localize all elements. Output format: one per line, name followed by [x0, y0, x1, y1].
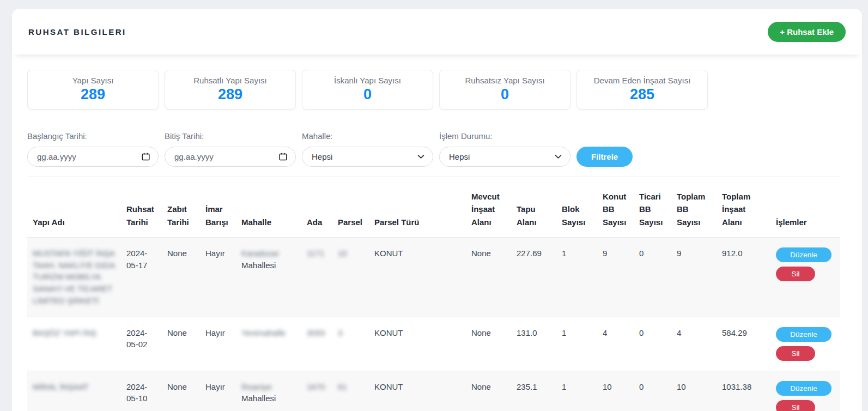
stat-value: 0: [501, 86, 509, 103]
cell-tapu_alani: 235.1: [511, 371, 556, 411]
mahalle-suffix: Mahallesi: [241, 261, 276, 270]
column-header-imar_barisi: İmar Barışı: [200, 177, 236, 238]
cell-islemler: DüzenleSil: [770, 317, 840, 371]
cell-parsel_turu: KONUT: [369, 237, 466, 317]
redacted-text: 1171: [307, 249, 324, 258]
cell-islemler: DüzenleSil: [770, 237, 840, 317]
redacted-text: 1670: [307, 382, 325, 391]
cell-ruhsat_tarihi: 2024-05-10: [121, 371, 162, 411]
column-header-konut_bb: Konut BB Sayısı: [597, 177, 634, 238]
cell-parsel: 61: [332, 371, 369, 411]
islem-durumu-select[interactable]: Hepsi: [439, 147, 570, 167]
delete-button[interactable]: Sil: [776, 267, 815, 281]
stat-value: 289: [81, 86, 105, 103]
column-header-zabit_tarihi: Zabıt Tarihi: [162, 177, 200, 238]
islem-durumu-select-value: Hepsi: [449, 152, 470, 161]
edit-button[interactable]: Düzenle: [776, 327, 831, 342]
cell-parsel: 10: [332, 237, 369, 317]
mahalle-suffix: Mahallesi: [241, 394, 276, 403]
stat-card-ruhsatsiz-yapi-sayisi: Ruhsatsız Yapı Sayısı 0: [439, 70, 570, 110]
column-header-yapi_adi: Yapı Adı: [27, 177, 121, 238]
cell-zabit_tarihi: None: [162, 317, 200, 371]
chevron-down-icon: [555, 154, 562, 159]
cell-ada: 3093: [301, 317, 332, 371]
page-background: { "header": { "title": "RUHSAT BILGILERI…: [0, 0, 868, 411]
cell-ruhsat_tarihi: 2024-05-17: [121, 237, 162, 317]
column-header-parsel: Parsel: [332, 177, 369, 238]
cell-mahalle: Yenimahalle: [236, 317, 301, 371]
content-area: Yapı Sayısı 289 Ruhsatlı Yapı Sayısı 289…: [12, 55, 862, 411]
redacted-text: MUSTAFA YİĞİT İNŞA TAAH. NAKLİYE GIDA TU…: [33, 249, 115, 305]
redacted-text: Karaduvar: [241, 249, 279, 258]
filter-button[interactable]: Filtrele: [576, 147, 633, 167]
page-title: RUHSAT BILGILERI: [28, 27, 126, 37]
end-date-input[interactable]: [174, 152, 262, 161]
column-header-ticari_bb: Ticari BB Sayısı: [634, 177, 671, 238]
cell-blok_sayisi: 1: [556, 371, 597, 411]
stat-card-ruhsatli-yapi-sayisi: Ruhsatlı Yapı Sayısı 289: [165, 70, 296, 110]
calendar-icon[interactable]: [142, 153, 150, 161]
add-ruhsat-button[interactable]: + Ruhsat Ekle: [768, 22, 846, 42]
cell-parsel_turu: KONUT: [369, 371, 466, 411]
redacted-text: BAŞÖZ YAPI İNŞ: [33, 328, 96, 337]
cell-yapi_adi: MİRAL İNŞAAT: [27, 371, 121, 411]
mahalle-select[interactable]: Hepsi: [302, 147, 433, 167]
end-date-field[interactable]: [165, 147, 296, 167]
mahalle-group: Mahalle: Hepsi: [302, 131, 433, 167]
cell-imar_barisi: Hayır: [200, 371, 236, 411]
table-row: BAŞÖZ YAPI İNŞ2024-05-02NoneHayırYenimah…: [27, 317, 840, 371]
stat-label: Ruhsatlı Yapı Sayısı: [193, 76, 267, 85]
stat-label: Yapı Sayısı: [72, 76, 114, 85]
column-header-mevcut_insaat_alani: Mevcut İnşaat Alanı: [466, 177, 511, 238]
cell-konut_bb: 10: [597, 371, 634, 411]
cell-yapi_adi: MUSTAFA YİĞİT İNŞA TAAH. NAKLİYE GIDA TU…: [27, 237, 121, 317]
table-row: MUSTAFA YİĞİT İNŞA TAAH. NAKLİYE GIDA TU…: [27, 237, 840, 317]
stat-label: Ruhsatsız Yapı Sayısı: [465, 76, 544, 85]
cell-ticari_bb: 0: [634, 317, 671, 371]
cell-parsel_turu: KONUT: [369, 317, 466, 371]
cell-blok_sayisi: 1: [556, 237, 597, 317]
cell-toplam_insaat_alani: 1031.38: [717, 371, 770, 411]
cell-mahalle: Karaduvar Mahallesi: [236, 237, 301, 317]
cell-mahalle: İhsaniye Mahallesi: [236, 371, 301, 411]
cell-tapu_alani: 131.0: [511, 317, 556, 371]
page-header: RUHSAT BILGILERI + Ruhsat Ekle: [12, 9, 862, 55]
stat-value: 289: [218, 86, 242, 103]
column-header-toplam_insaat_alani: Toplam İnşaat Alanı: [717, 177, 770, 238]
redacted-text: 3093: [307, 328, 325, 337]
stat-cards: Yapı Sayısı 289 Ruhsatlı Yapı Sayısı 289…: [27, 70, 847, 110]
stat-value: 0: [363, 86, 372, 103]
delete-button[interactable]: Sil: [776, 400, 815, 411]
edit-button[interactable]: Düzenle: [776, 247, 831, 262]
delete-button[interactable]: Sil: [776, 346, 815, 361]
cell-toplam_insaat_alani: 912.0: [717, 237, 770, 317]
stat-label: İskanlı Yapı Sayısı: [334, 76, 401, 85]
redacted-text: 10: [338, 249, 347, 258]
cell-ticari_bb: 0: [634, 237, 671, 317]
cell-toplam_bb: 9: [671, 237, 717, 317]
cell-zabit_tarihi: None: [162, 237, 200, 317]
start-date-field[interactable]: [27, 147, 159, 167]
column-header-blok_sayisi: Blok Sayısı: [556, 177, 597, 238]
column-header-parsel_turu: Parsel Türü: [369, 177, 466, 238]
cell-ticari_bb: 0: [634, 371, 671, 411]
permits-table: Yapı AdıRuhsat TarihiZabıt Tarihiİmar Ba…: [27, 177, 840, 411]
cell-ada: 1171: [301, 237, 332, 317]
table-row: MİRAL İNŞAAT2024-05-10NoneHayırİhsaniye …: [27, 371, 840, 411]
stat-card-devam-eden-insaat: Devam Eden İnşaat Sayısı 285: [576, 70, 708, 110]
end-date-label: Bitiş Tarihi:: [165, 131, 296, 141]
chevron-down-icon: [417, 154, 424, 159]
cell-tapu_alani: 227.69: [511, 237, 556, 317]
cell-mevcut_insaat_alani: None: [466, 371, 511, 411]
start-date-input[interactable]: [37, 152, 124, 161]
main-panel: RUHSAT BILGILERI + Ruhsat Ekle Yapı Sayı…: [12, 9, 862, 411]
cell-toplam_bb: 10: [671, 371, 717, 411]
end-date-group: Bitiş Tarihi:: [165, 131, 296, 167]
table-header: Yapı AdıRuhsat TarihiZabıt Tarihiİmar Ba…: [27, 177, 840, 238]
calendar-icon[interactable]: [279, 153, 287, 161]
stat-card-yapi-sayisi: Yapı Sayısı 289: [27, 70, 159, 110]
edit-button[interactable]: Düzenle: [776, 381, 831, 396]
start-date-label: Başlangıç Tarihi:: [27, 131, 159, 141]
mahalle-label: Mahalle:: [302, 131, 433, 141]
cell-yapi_adi: BAŞÖZ YAPI İNŞ: [27, 317, 121, 371]
